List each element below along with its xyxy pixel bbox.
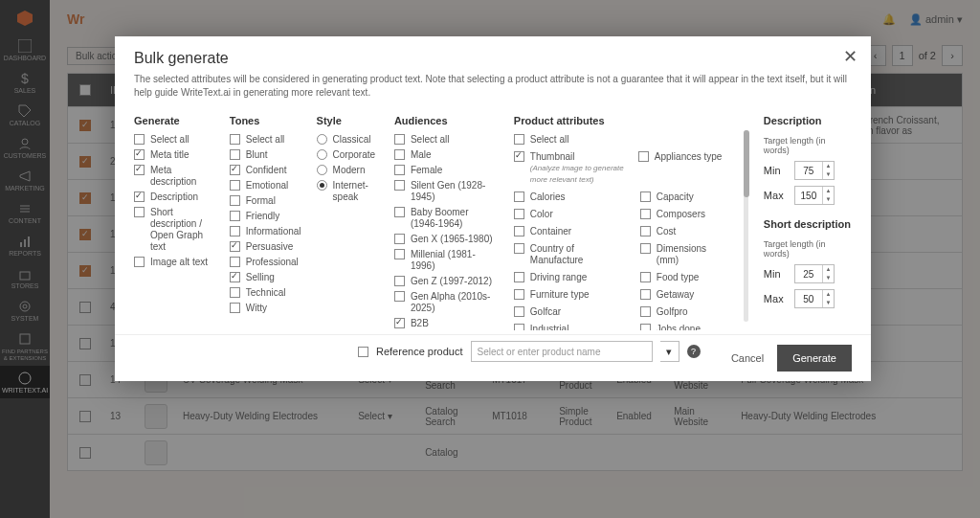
option-meta-title[interactable]: Meta title bbox=[134, 147, 214, 163]
description-column: Description Target length (in words) Min… bbox=[764, 115, 852, 330]
attributes-heading: Product attributes bbox=[514, 115, 724, 126]
option-dimensions-mm-[interactable]: Dimensions (mm) bbox=[640, 241, 722, 268]
option-silent-gen-1928-1945-[interactable]: Silent Gen (1928-1945) bbox=[394, 178, 499, 205]
reference-product-dropdown-button[interactable]: ▾ bbox=[660, 341, 679, 362]
reference-product-row: Reference product Select or enter produc… bbox=[358, 341, 701, 362]
option-blunt[interactable]: Blunt bbox=[230, 147, 301, 163]
stepper-up[interactable]: ▲ bbox=[823, 290, 834, 299]
stepper-up[interactable]: ▲ bbox=[823, 162, 834, 170]
attrs-select-all[interactable]: Select all bbox=[514, 132, 724, 147]
generate-heading: Generate bbox=[134, 115, 214, 126]
option-gen-alpha-2010s-2025-[interactable]: Gen Alpha (2010s-2025) bbox=[394, 289, 499, 316]
option-persuasive[interactable]: Persuasive bbox=[230, 239, 301, 255]
option-furniture-type[interactable]: Furniture type bbox=[514, 287, 629, 303]
stepper-down[interactable]: ▼ bbox=[823, 299, 834, 307]
option-golfcar[interactable]: Golfcar bbox=[514, 304, 629, 320]
option-formal[interactable]: Formal bbox=[230, 193, 301, 209]
stepper-down[interactable]: ▼ bbox=[823, 195, 834, 204]
modal-description: The selected attributes will be consider… bbox=[134, 73, 852, 100]
option-technical[interactable]: Technical bbox=[230, 285, 301, 301]
option-modern[interactable]: Modern bbox=[317, 163, 379, 178]
option-short-description-open-graph-text[interactable]: Short description / Open Graph text bbox=[134, 205, 214, 255]
option-informational[interactable]: Informational bbox=[230, 224, 301, 239]
help-icon[interactable]: ? bbox=[687, 345, 701, 358]
option-baby-boomer-1946-1964-[interactable]: Baby Boomer (1946-1964) bbox=[394, 205, 499, 232]
option-golfpro[interactable]: Golfpro bbox=[640, 304, 722, 320]
attributes-column: Product attributes Select all Thumbnail(… bbox=[514, 115, 724, 330]
generate-button[interactable]: Generate bbox=[777, 345, 852, 372]
option-professional[interactable]: Professional bbox=[230, 255, 301, 270]
short-max-input[interactable]: 50▲▼ bbox=[794, 289, 835, 308]
option-select-all[interactable]: Select all bbox=[134, 132, 214, 147]
option-male[interactable]: Male bbox=[394, 147, 499, 163]
option-millenial-1981-1996-[interactable]: Millenial (1981-1996) bbox=[394, 247, 499, 274]
option-internet-speak[interactable]: Internet-speak bbox=[317, 178, 379, 205]
option-image-alt-text[interactable]: Image alt text bbox=[134, 255, 214, 270]
short-desc-heading: Short description bbox=[764, 218, 852, 230]
option-food-type[interactable]: Food type bbox=[640, 270, 722, 285]
reference-product-checkbox[interactable] bbox=[358, 347, 368, 357]
modal-title: Bulk generate bbox=[134, 50, 852, 67]
generate-column: Generate Select allMeta titleMeta descri… bbox=[134, 115, 214, 330]
audiences-heading: Audiences bbox=[394, 115, 499, 126]
option-confident[interactable]: Confident bbox=[230, 163, 301, 178]
option-capacity[interactable]: Capacity bbox=[640, 190, 722, 205]
tones-heading: Tones bbox=[230, 115, 301, 126]
option-jobs-done[interactable]: Jobs done bbox=[640, 322, 722, 330]
option-classical[interactable]: Classical bbox=[317, 132, 379, 147]
cancel-button[interactable]: Cancel bbox=[731, 352, 764, 364]
option-industrial[interactable]: Industrial bbox=[514, 322, 629, 330]
option-driving-range[interactable]: Driving range bbox=[514, 270, 629, 285]
option-selling[interactable]: Selling bbox=[230, 270, 301, 285]
option-meta-description[interactable]: Meta description bbox=[134, 163, 214, 190]
option-color[interactable]: Color bbox=[514, 207, 629, 222]
option-female[interactable]: Female bbox=[394, 163, 499, 178]
description-heading: Description bbox=[764, 115, 852, 126]
min-label: Min bbox=[764, 165, 787, 176]
option-select-all[interactable]: Select all bbox=[394, 132, 499, 147]
bulk-generate-modal: ✕ Bulk generate The selected attributes … bbox=[115, 36, 871, 381]
tones-column: Tones Select allBluntConfidentEmotionalF… bbox=[230, 115, 301, 330]
option-container[interactable]: Container bbox=[514, 224, 629, 239]
close-icon[interactable]: ✕ bbox=[843, 46, 858, 67]
style-heading: Style bbox=[317, 115, 379, 126]
reference-product-label: Reference product bbox=[376, 346, 463, 357]
option-b2b[interactable]: B2B bbox=[394, 316, 499, 331]
max-label: Max bbox=[764, 190, 787, 201]
option-friendly[interactable]: Friendly bbox=[230, 209, 301, 224]
attr-appliances-type[interactable]: Appliances type bbox=[638, 149, 724, 165]
stepper-up[interactable]: ▲ bbox=[823, 265, 834, 274]
option-gen-x-1965-1980-[interactable]: Gen X (1965-1980) bbox=[394, 232, 499, 247]
short-target-label: Target length (in words) bbox=[764, 239, 852, 259]
option-calories[interactable]: Calories bbox=[514, 190, 629, 205]
stepper-up[interactable]: ▲ bbox=[823, 187, 834, 195]
attr-thumbnail[interactable]: Thumbnail(Analyze image to generate more… bbox=[514, 149, 629, 188]
option-gen-z-1997-2012-[interactable]: Gen Z (1997-2012) bbox=[394, 274, 499, 289]
option-composers[interactable]: Composers bbox=[640, 207, 722, 222]
short-min-input[interactable]: 25▲▼ bbox=[794, 264, 835, 283]
option-emotional[interactable]: Emotional bbox=[230, 178, 301, 193]
style-column: Style ClassicalCorporateModernInternet-s… bbox=[317, 115, 379, 330]
stepper-down[interactable]: ▼ bbox=[823, 274, 834, 282]
option-getaway[interactable]: Getaway bbox=[640, 287, 722, 303]
reference-product-select[interactable]: Select or enter product name bbox=[471, 341, 653, 362]
option-select-all[interactable]: Select all bbox=[230, 132, 301, 147]
target-length-label: Target length (in words) bbox=[764, 136, 852, 155]
option-corporate[interactable]: Corporate bbox=[317, 147, 379, 163]
option-cost[interactable]: Cost bbox=[640, 224, 722, 239]
desc-max-input[interactable]: 150▲▼ bbox=[794, 186, 835, 205]
audiences-column: Audiences Select allMaleFemaleSilent Gen… bbox=[394, 115, 499, 330]
option-witty[interactable]: Witty bbox=[230, 301, 301, 316]
option-description[interactable]: Description bbox=[134, 190, 214, 205]
option-country-of-manufacture[interactable]: Country of Manufacture bbox=[514, 241, 629, 268]
desc-min-input[interactable]: 75▲▼ bbox=[794, 161, 835, 180]
stepper-down[interactable]: ▼ bbox=[823, 170, 834, 179]
attributes-scrollbar[interactable] bbox=[744, 130, 748, 322]
